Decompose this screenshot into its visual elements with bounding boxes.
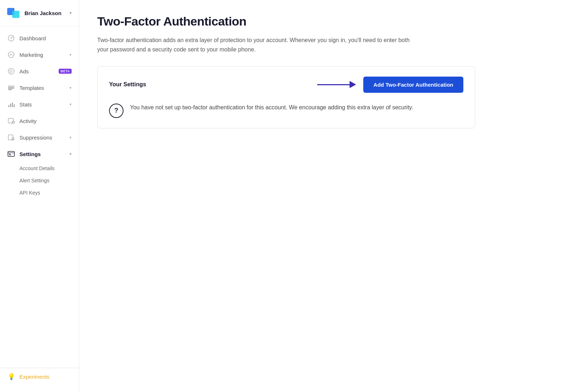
svg-point-15	[13, 122, 14, 123]
svg-rect-1	[12, 11, 19, 18]
svg-rect-10	[10, 104, 11, 107]
svg-rect-19	[8, 151, 14, 156]
settings-card-body: ? You have not set up two-factor authent…	[109, 103, 463, 118]
subnav-alert-settings[interactable]: Alert Settings	[0, 174, 79, 187]
arrow-indicator	[317, 81, 356, 88]
sidebar-item-marketing[interactable]: Marketing ▾	[0, 46, 79, 63]
sidebar-item-dashboard[interactable]: Dashboard	[0, 30, 79, 46]
user-menu[interactable]: Brian Jackson ▾	[0, 0, 79, 26]
marketing-icon	[7, 51, 15, 59]
sidebar-item-activity[interactable]: Activity	[0, 113, 79, 129]
svg-rect-22	[9, 155, 11, 155]
svg-rect-9	[8, 105, 9, 107]
experiments-label: Experiments	[19, 374, 49, 380]
settings-chevron-icon: ▾	[69, 152, 72, 156]
sidebar-bottom: 💡 Experiments	[0, 368, 79, 385]
settings-card-header: Your Settings Add Two-Factor Authenticat…	[109, 77, 463, 93]
suppressions-label: Suppressions	[19, 135, 68, 141]
sidebar-item-ads[interactable]: Ads BETA	[0, 63, 79, 79]
templates-chevron-icon: ▾	[69, 86, 72, 90]
ads-beta-badge: BETA	[59, 69, 72, 74]
svg-point-4	[8, 52, 14, 58]
templates-label: Templates	[19, 85, 68, 91]
templates-icon	[7, 84, 15, 92]
settings-card-message: You have not set up two-factor authentic…	[130, 103, 413, 112]
activity-icon	[7, 117, 15, 125]
settings-card-title: Your Settings	[109, 81, 146, 88]
add-2fa-button[interactable]: Add Two-Factor Authentication	[363, 77, 463, 93]
svg-rect-8	[8, 89, 12, 90]
suppressions-icon	[7, 133, 15, 141]
subnav-api-keys[interactable]: API Keys	[0, 187, 79, 199]
arrow-button-row: Add Two-Factor Authentication	[317, 77, 463, 93]
marketing-label: Marketing	[19, 52, 68, 58]
stats-chevron-icon: ▾	[69, 102, 72, 107]
stats-icon	[7, 100, 15, 108]
svg-rect-6	[8, 86, 14, 87]
experiments-icon: 💡	[7, 373, 15, 380]
svg-rect-11	[12, 102, 13, 107]
arrow-line	[317, 84, 350, 85]
user-chevron-icon: ▾	[69, 10, 72, 15]
app-logo	[7, 6, 20, 19]
settings-subnav: Account Details Alert Settings API Keys	[0, 162, 79, 199]
svg-rect-16	[8, 135, 13, 140]
sidebar-item-settings[interactable]: Settings ▾	[0, 146, 79, 162]
dashboard-icon	[7, 34, 15, 42]
subnav-account-details[interactable]: Account Details	[0, 162, 79, 174]
svg-point-5	[8, 68, 14, 74]
sidebar-item-suppressions[interactable]: Suppressions ▾	[0, 129, 79, 146]
ads-icon	[7, 67, 15, 75]
settings-card: Your Settings Add Two-Factor Authenticat…	[97, 66, 475, 128]
sidebar-item-stats[interactable]: Stats ▾	[0, 96, 79, 113]
dashboard-label: Dashboard	[19, 35, 72, 41]
sidebar: Brian Jackson ▾ Dashboard Marke	[0, 0, 79, 392]
arrow-head	[350, 81, 356, 88]
page-description: Two-factor authentication adds an extra …	[97, 36, 421, 55]
ads-label: Ads	[19, 68, 57, 74]
page-title: Two-Factor Authentication	[97, 14, 553, 28]
main-content: Two-Factor Authentication Two-factor aut…	[79, 0, 571, 392]
sidebar-item-templates[interactable]: Templates ▾	[0, 79, 79, 96]
svg-point-3	[11, 38, 12, 39]
marketing-chevron-icon: ▾	[69, 53, 72, 57]
activity-label: Activity	[19, 118, 72, 124]
main-nav: Dashboard Marketing ▾ Ads BETA	[0, 26, 79, 202]
settings-label: Settings	[19, 151, 68, 157]
svg-rect-12	[14, 104, 15, 107]
question-icon: ?	[109, 104, 123, 118]
settings-icon	[7, 150, 15, 158]
stats-label: Stats	[19, 101, 68, 108]
username-label: Brian Jackson	[24, 10, 69, 16]
suppressions-chevron-icon: ▾	[69, 135, 72, 140]
svg-rect-21	[9, 154, 10, 155]
svg-rect-7	[8, 88, 14, 88]
sidebar-item-experiments[interactable]: 💡 Experiments	[0, 368, 79, 385]
